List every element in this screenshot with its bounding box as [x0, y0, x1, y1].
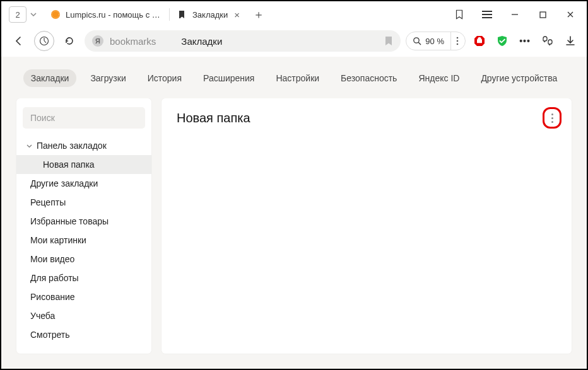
nav-bookmarks[interactable]: Закладки: [23, 69, 77, 87]
zoom-menu-button[interactable]: [450, 32, 459, 50]
folders-sidebar: Поиск Панель закладок Новая папка Другие…: [16, 98, 151, 354]
search-input[interactable]: Поиск: [23, 107, 145, 129]
omnibox-title: Закладки: [181, 36, 222, 47]
svg-line-7: [419, 42, 421, 45]
folder-label: Мои картинки: [30, 235, 86, 245]
main-menu-button[interactable]: [473, 2, 501, 27]
search-placeholder: Поиск: [30, 113, 55, 123]
orange-circle-icon: [50, 9, 61, 20]
page-nav: Закладки Загрузки История Расширения Нас…: [1, 57, 587, 98]
extensions-overflow-button[interactable]: •••: [516, 32, 534, 50]
minimize-button[interactable]: [501, 2, 529, 27]
site-identity-icon: Я: [92, 35, 103, 47]
folder-label: Панель закладок: [37, 141, 107, 151]
folder-label: Учеба: [30, 311, 55, 321]
hamburger-icon: [482, 11, 492, 18]
omnibox[interactable]: Я bookmarks Закладки: [85, 30, 401, 52]
title-bar: 2 Lumpics.ru - помощь с компьютером Закл…: [1, 1, 587, 28]
svg-point-10: [457, 43, 459, 45]
folder-label: Для работы: [30, 273, 79, 283]
folder-favorites[interactable]: Избранные товары: [16, 212, 151, 231]
bookmark-page-icon[interactable]: [384, 36, 393, 46]
nav-downloads[interactable]: Загрузки: [83, 69, 133, 87]
folder-label: Рисование: [30, 292, 75, 302]
chevron-down-icon: [26, 143, 33, 149]
downloads-button[interactable]: [562, 32, 579, 50]
magnifier-icon: [413, 37, 421, 45]
close-window-button[interactable]: [556, 2, 584, 27]
svg-point-0: [51, 10, 60, 19]
folder-work[interactable]: Для работы: [16, 269, 151, 287]
tab-list-dropdown[interactable]: [30, 11, 37, 18]
folder-recipes[interactable]: Рецепты: [16, 193, 151, 212]
folder-my-videos[interactable]: Мои видео: [16, 250, 151, 269]
folder-drawing[interactable]: Рисование: [16, 287, 151, 306]
folder-study[interactable]: Учеба: [16, 306, 151, 325]
nav-yandex-id[interactable]: Яндекс ID: [411, 69, 467, 87]
folder-label: Смотреть: [30, 330, 69, 340]
tab-lumpics[interactable]: Lumpics.ru - помощь с компьютером: [43, 4, 169, 25]
folder-content-panel: Новая папка: [162, 98, 572, 354]
reload-button[interactable]: [59, 31, 79, 51]
maximize-button[interactable]: [529, 2, 556, 27]
bookmark-icon: [177, 9, 187, 20]
nav-settings[interactable]: Настройки: [268, 69, 327, 87]
tab-label: Lumpics.ru - помощь с компьютером: [66, 10, 162, 20]
tab-label: Закладки: [192, 10, 228, 20]
folder-options-button[interactable]: [543, 107, 562, 129]
new-tab-button[interactable]: ＋: [250, 6, 268, 23]
reading-list-button[interactable]: [445, 2, 473, 27]
nav-history[interactable]: История: [140, 69, 189, 87]
folder-heading: Новая папка: [177, 111, 556, 125]
tab-count-button[interactable]: 2: [9, 6, 26, 23]
zoom-value: 90 %: [425, 37, 444, 46]
browser-window: 2 Lumpics.ru - помощь с компьютером Закл…: [0, 0, 588, 370]
folder-new-folder[interactable]: Новая папка: [16, 155, 151, 174]
tab-bookmarks[interactable]: Закладки ×: [170, 4, 247, 25]
feedback-button[interactable]: [539, 32, 556, 50]
nav-extensions[interactable]: Расширения: [196, 69, 262, 87]
folder-watch[interactable]: Смотреть: [16, 325, 151, 344]
adblock-extension-icon[interactable]: [471, 32, 488, 50]
svg-rect-2: [179, 11, 180, 18]
bookmarks-page: Закладки Загрузки История Расширения Нас…: [1, 57, 587, 369]
svg-point-8: [457, 37, 459, 39]
nav-security[interactable]: Безопасность: [333, 69, 404, 87]
folder-my-pictures[interactable]: Мои картинки: [16, 231, 151, 250]
address-bar: Я bookmarks Закладки 90 % •••: [1, 28, 587, 57]
svg-point-6: [414, 38, 419, 43]
svg-point-9: [457, 40, 459, 42]
yandex-services-button[interactable]: [34, 31, 54, 51]
svg-rect-4: [540, 12, 546, 18]
folder-bookmarks-bar[interactable]: Панель закладок: [16, 136, 151, 155]
folder-label: Рецепты: [30, 197, 66, 207]
nav-other-devices[interactable]: Другие устройства: [473, 69, 565, 87]
kebab-icon: [551, 113, 553, 123]
adguard-extension-icon[interactable]: [493, 32, 511, 50]
folder-label: Мои видео: [30, 254, 74, 264]
content-row: Поиск Панель закладок Новая папка Другие…: [1, 98, 587, 369]
folder-label: Новая папка: [43, 159, 95, 170]
folder-label: Избранные товары: [30, 216, 109, 226]
back-button[interactable]: [9, 31, 29, 51]
folder-label: Другие закладки: [30, 178, 98, 188]
close-tab-icon[interactable]: ×: [234, 10, 240, 20]
zoom-indicator[interactable]: 90 %: [406, 32, 466, 50]
omnibox-url: bookmarks: [110, 36, 156, 47]
folder-other-bookmarks[interactable]: Другие закладки: [16, 174, 151, 193]
